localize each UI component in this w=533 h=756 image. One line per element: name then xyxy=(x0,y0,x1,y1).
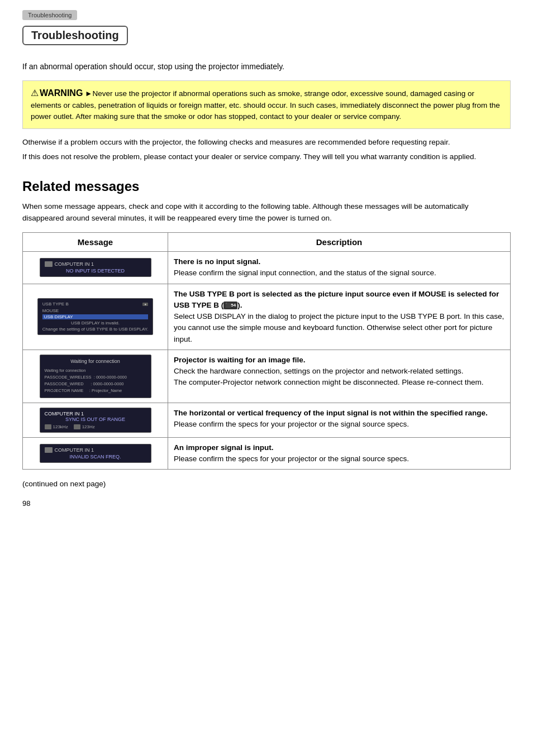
table-cell-description: The USB TYPE B port is selected as the p… xyxy=(168,284,511,350)
related-messages-heading: Related messages xyxy=(22,179,511,194)
table-cell-message: Waiting for connection Waiting for conne… xyxy=(23,350,168,403)
table-row: Waiting for connection Waiting for conne… xyxy=(23,350,511,403)
page-number: 98 xyxy=(22,499,511,508)
table-cell-message: USB TYPE B ● MOUSE USB DISPLAY USB DISPL… xyxy=(23,284,168,350)
table-cell-description: The horizontal or vertical frequency of … xyxy=(168,403,511,437)
warning-triangle-icon: ⚠ xyxy=(31,88,39,98)
intro-text: If an abnormal operation should occur, s… xyxy=(22,61,511,73)
page-wrapper: Troubleshooting Troubleshooting If an ab… xyxy=(0,0,533,756)
desc-text-3: Check the hardware connection, settings … xyxy=(174,367,484,386)
desc-text-2: Select USB DISPLAY in the dialog to proj… xyxy=(174,312,504,343)
continued-note: (continued on next page) xyxy=(22,480,511,488)
warning-text: ►Never use the projector if abnormal ope… xyxy=(31,89,500,121)
screen-usb-display: USB TYPE B ● MOUSE USB DISPLAY USB DISPL… xyxy=(37,298,153,335)
related-messages-desc: When some message appears, check and cop… xyxy=(22,201,511,224)
table-col-description: Description xyxy=(168,233,511,252)
desc-text-1: Please confirm the signal input connecti… xyxy=(174,269,436,277)
v-freq-icon xyxy=(74,424,80,429)
screen-invalid-scan: COMPUTER IN 1 INVALID SCAN FREQ. xyxy=(40,444,151,463)
table-cell-description: Projector is waiting for an image file. … xyxy=(168,350,511,403)
desc-bold-5: An improper signal is input. xyxy=(174,443,274,452)
table-row: COMPUTER IN 1 NO INPUT IS DETECTED There… xyxy=(23,252,511,284)
desc-bold-3: Projector is waiting for an image file. xyxy=(174,356,306,364)
desc-text-4: Please confirm the specs for your projec… xyxy=(174,420,409,428)
desc-bold-2: The USB TYPE B port is selected as the p… xyxy=(174,290,499,309)
desc-bold-4: The horizontal or vertical frequency of … xyxy=(174,409,488,417)
warning-box: ⚠WARNING ►Never use the projector if abn… xyxy=(22,80,511,129)
warning-title: WARNING xyxy=(40,88,83,98)
screen-sync-range: COMPUTER IN 1 SYNC IS OUT OF RANGE 123kH… xyxy=(40,408,151,433)
h-freq-icon xyxy=(45,424,51,429)
screen-waiting: Waiting for connection Waiting for conne… xyxy=(40,355,151,398)
desc-text-5: Please confirm the specs for your projec… xyxy=(174,454,409,463)
table-row: COMPUTER IN 1 INVALID SCAN FREQ. An impr… xyxy=(23,437,511,470)
table-cell-message: COMPUTER IN 1 SYNC IS OUT OF RANGE 123kH… xyxy=(23,403,168,437)
table-cell-description: An improper signal is input. Please conf… xyxy=(168,437,511,470)
projector-icon xyxy=(45,261,53,267)
breadcrumb: Troubleshooting xyxy=(22,10,77,20)
table-row: COMPUTER IN 1 SYNC IS OUT OF RANGE 123kH… xyxy=(23,403,511,437)
table-col-message: Message xyxy=(23,233,168,252)
section-title: Troubleshooting xyxy=(22,26,128,45)
table-cell-description: There is no input signal. Please confirm… xyxy=(168,252,511,284)
messages-table: Message Description COMPUTER IN 1 NO INP… xyxy=(22,232,511,470)
projector-icon-3 xyxy=(45,447,53,453)
body-text-1: Otherwise if a problem occurs with the p… xyxy=(22,137,511,149)
desc-bold-1: There is no input signal. xyxy=(174,257,260,266)
table-cell-message: COMPUTER IN 1 NO INPUT IS DETECTED xyxy=(23,252,168,284)
body-text-2: If this does not resolve the problem, pl… xyxy=(22,151,511,163)
screen-no-input: COMPUTER IN 1 NO INPUT IS DETECTED xyxy=(40,258,151,277)
table-cell-message: COMPUTER IN 1 INVALID SCAN FREQ. xyxy=(23,437,168,470)
table-row: USB TYPE B ● MOUSE USB DISPLAY USB DISPL… xyxy=(23,284,511,350)
page-ref-icon: ⬛54 xyxy=(223,302,237,309)
